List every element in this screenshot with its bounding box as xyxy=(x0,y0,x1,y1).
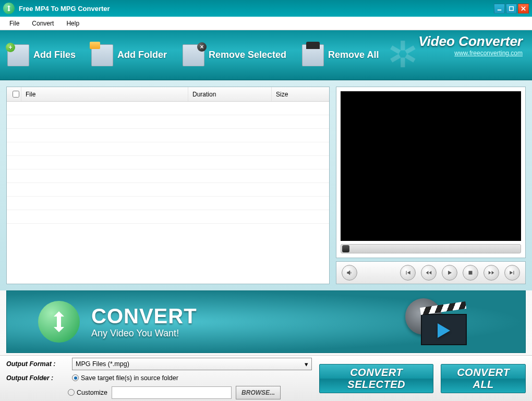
remove-selected-label: Remove Selected xyxy=(209,50,286,60)
seek-knob[interactable] xyxy=(342,245,349,252)
titlebar: Free MP4 To MPG Converter xyxy=(0,0,532,17)
remove-selected-button[interactable]: × Remove Selected xyxy=(183,44,286,66)
output-settings: Output Format : MPG Files (*.mpg) ▾ Outp… xyxy=(6,358,312,399)
convert-banner-icon xyxy=(38,301,80,343)
player-controls xyxy=(336,261,526,284)
volume-button[interactable] xyxy=(342,265,357,281)
column-file[interactable]: File xyxy=(21,87,188,101)
radio-source-label: Save target file(s) in source folder xyxy=(81,374,178,382)
output-format-value: MPG Files (*.mpg) xyxy=(76,360,129,368)
banner-art xyxy=(405,298,473,346)
close-button[interactable] xyxy=(518,4,529,14)
video-frame xyxy=(336,87,526,258)
content-area: File Duration Size xyxy=(0,80,532,290)
menu-help[interactable]: Help xyxy=(60,18,86,29)
svg-rect-0 xyxy=(498,9,501,10)
banner-subline: Any Video You Want! xyxy=(91,328,197,339)
play-triangle-icon xyxy=(438,323,450,338)
maximize-button[interactable] xyxy=(506,4,517,14)
film-reel-icon: ✲ xyxy=(388,33,418,76)
radio-customize-label: Customize xyxy=(77,389,107,396)
add-folder-label: Add Folder xyxy=(117,50,167,60)
brand-title: Video Converter xyxy=(418,33,523,50)
stop-button[interactable] xyxy=(463,265,478,281)
table-row xyxy=(7,156,329,169)
radio-dot-icon xyxy=(72,374,79,381)
forward-button[interactable] xyxy=(483,265,499,281)
table-row xyxy=(7,115,329,129)
radio-source-folder[interactable]: Save target file(s) in source folder xyxy=(72,374,178,382)
video-preview[interactable] xyxy=(341,91,521,241)
convert-banner[interactable]: CONVERT Any Video You Want! xyxy=(6,290,526,353)
add-folder-button[interactable]: Add Folder xyxy=(91,44,167,66)
file-list-panel: File Duration Size xyxy=(6,87,330,284)
chevron-down-icon: ▾ xyxy=(305,360,308,368)
select-all-checkbox[interactable] xyxy=(7,87,21,101)
output-format-label: Output Format : xyxy=(6,360,68,368)
brand-url-link[interactable]: www.freeconverting.com xyxy=(418,50,523,57)
svg-rect-1 xyxy=(510,6,513,10)
custom-path-input[interactable] xyxy=(112,386,232,399)
toolbar: + Add Files Add Folder × Remove Selected… xyxy=(0,30,532,80)
table-row xyxy=(7,129,329,142)
table-row xyxy=(7,183,329,197)
column-duration[interactable]: Duration xyxy=(188,87,272,101)
remove-all-label: Remove All xyxy=(328,50,379,60)
convert-selected-button[interactable]: CONVERT SELECTED xyxy=(319,364,433,393)
table-row xyxy=(7,197,329,210)
add-files-icon: + xyxy=(7,44,29,66)
browse-button[interactable]: BROWSE... xyxy=(236,386,281,399)
brand-block: ✲ Video Converter www.freeconverting.com xyxy=(418,33,523,57)
bottom-bar: Output Format : MPG Files (*.mpg) ▾ Outp… xyxy=(0,355,532,401)
file-list-body[interactable] xyxy=(7,102,329,284)
app-window: Free MP4 To MPG Converter File Convert H… xyxy=(0,0,532,401)
window-buttons xyxy=(494,4,529,14)
menu-file[interactable]: File xyxy=(3,18,26,29)
table-row xyxy=(7,142,329,156)
file-list-header: File Duration Size xyxy=(7,87,329,102)
app-title: Free MP4 To MPG Converter xyxy=(19,5,110,13)
menu-convert[interactable]: Convert xyxy=(26,18,60,29)
convert-all-button[interactable]: CONVERT ALL xyxy=(441,364,526,393)
banner-text: CONVERT Any Video You Want! xyxy=(91,305,197,339)
svg-rect-2 xyxy=(469,271,473,275)
output-folder-label: Output Folder : xyxy=(6,374,68,382)
banner-headline: CONVERT xyxy=(91,305,197,328)
add-folder-icon xyxy=(91,44,113,66)
add-files-label: Add Files xyxy=(33,50,76,60)
preview-panel xyxy=(336,87,526,284)
add-files-button[interactable]: + Add Files xyxy=(7,44,76,66)
remove-all-button[interactable]: Remove All xyxy=(302,44,379,66)
minimize-button[interactable] xyxy=(494,4,505,14)
remove-selected-icon: × xyxy=(183,44,204,66)
table-row xyxy=(7,169,329,183)
menubar: File Convert Help xyxy=(0,17,532,30)
output-format-select[interactable]: MPG Files (*.mpg) ▾ xyxy=(72,358,312,370)
table-row xyxy=(7,102,329,115)
prev-track-button[interactable] xyxy=(400,265,416,281)
radio-dot-icon xyxy=(68,389,75,396)
next-track-button[interactable] xyxy=(504,265,520,281)
radio-customize[interactable]: Customize xyxy=(68,389,107,396)
column-size[interactable]: Size xyxy=(272,87,329,101)
play-button[interactable] xyxy=(442,265,457,281)
remove-all-icon xyxy=(302,44,324,66)
select-all-checkbox-input[interactable] xyxy=(13,91,19,98)
table-row xyxy=(7,210,329,224)
rewind-button[interactable] xyxy=(421,265,437,281)
seek-bar[interactable] xyxy=(341,244,521,253)
app-logo-icon xyxy=(3,3,15,14)
